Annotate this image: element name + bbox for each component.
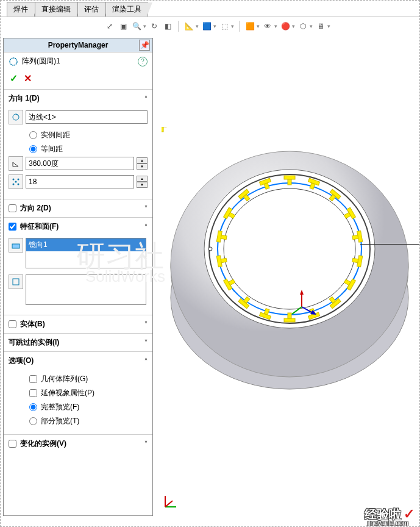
cancel-button[interactable]: ✕ [24, 73, 32, 84]
dropdown-icon[interactable]: ▾ [310, 23, 313, 29]
view-settings-icon[interactable]: ⬡ [297, 21, 308, 32]
brand-watermark: 经验啦 ✓ jingyanla.com [365, 506, 415, 523]
svg-point-4 [13, 184, 15, 185]
tab-weldment[interactable]: 焊件 [7, 2, 35, 16]
section-direction2[interactable]: 方向 2(D) ˅ [4, 199, 152, 217]
svg-rect-45 [221, 258, 227, 262]
panel-title: PropertyManager [48, 41, 109, 49]
svg-rect-29 [352, 258, 358, 262]
svg-rect-7 [12, 244, 20, 248]
dropdown-icon[interactable]: ▾ [196, 23, 199, 29]
feature-name: 阵列(圆周)1 [22, 56, 60, 66]
hide-show-icon[interactable]: ⬚ [219, 21, 230, 32]
angle-spinner[interactable]: ▲▼ [137, 157, 148, 170]
section-title: 特征和面(F) [20, 221, 59, 232]
chevron-down-icon: ˅ [144, 321, 148, 328]
svg-point-2 [13, 179, 15, 181]
option-label: 延伸视象属性(P) [41, 388, 94, 398]
list-item[interactable]: 镜向1 [26, 238, 146, 251]
radio-equal-spacing[interactable] [29, 145, 37, 153]
dir2-checkbox[interactable] [9, 204, 16, 212]
svg-point-6 [15, 181, 17, 183]
dropdown-icon[interactable]: ▾ [257, 23, 260, 29]
tab-render[interactable]: 渲染工具 [105, 2, 148, 16]
option-label: 几何体阵列(G) [41, 374, 88, 384]
tab-evaluate[interactable]: 评估 [77, 2, 105, 16]
svg-point-3 [18, 179, 20, 181]
chevron-down-icon: ˅ [144, 205, 148, 212]
3d-model[interactable] [162, 127, 418, 383]
chevron-down-icon: ˅ [144, 440, 148, 447]
tab-direct-edit[interactable]: 直接编辑 [35, 2, 77, 16]
radio-label: 实例间距 [41, 130, 70, 140]
dropdown-icon[interactable]: ▾ [143, 23, 146, 29]
svg-rect-37 [288, 313, 291, 318]
view-toolbar: ⤢ ▣ 🔍▾ ↻ ◧ 📐▾ 🟦▾ ⬚▾ 🟧▾ 👁▾ 🔴▾ ⬡▾ 🖥▾ [1, 17, 419, 35]
chevron-up-icon: ˄ [144, 357, 148, 364]
property-manager: PropertyManager 📌 阵列(圆周)1 ? ✓ ✕ 方向 1(D) … [3, 38, 153, 516]
section-features[interactable]: 特征和面(F) ˄ [4, 218, 152, 235]
section-skippable[interactable]: 可跳过的实例(I) ˅ [4, 334, 152, 351]
geometry-pattern-checkbox[interactable] [29, 375, 37, 383]
dropdown-icon[interactable]: ▾ [231, 23, 234, 29]
display-style-icon[interactable]: 🟦 [201, 21, 212, 32]
angle-icon [9, 156, 23, 171]
brand-url: jingyanla.com [368, 519, 408, 526]
edit-scene-icon[interactable]: 🟧 [244, 21, 255, 32]
instances-icon [9, 174, 23, 189]
help-icon[interactable]: ? [138, 57, 148, 66]
angle-input[interactable] [26, 157, 134, 170]
ok-button[interactable]: ✓ [10, 73, 18, 84]
faces-list[interactable] [26, 274, 146, 305]
faces-icon [9, 274, 23, 289]
count-spinner[interactable]: ▲▼ [137, 176, 148, 188]
zoom-icon[interactable]: 🔍 [131, 21, 142, 32]
dropdown-icon[interactable]: ▾ [292, 23, 295, 29]
dropdown-icon[interactable]: ▾ [274, 23, 277, 29]
section-title: 实体(B) [20, 319, 45, 329]
varied-checkbox[interactable] [9, 440, 16, 448]
3d-viewport[interactable]: 研习社 SolidWorks [155, 35, 419, 518]
view-orient-icon[interactable]: 📐 [183, 21, 194, 32]
section-title: 方向 2(D) [20, 203, 51, 213]
section-title: 方向 1(D) [9, 93, 40, 104]
circular-pattern-icon [9, 57, 18, 66]
svg-rect-36 [284, 318, 295, 322]
dropdown-icon[interactable]: ▾ [213, 23, 216, 29]
axis-icon[interactable] [9, 110, 23, 124]
callout-leader [360, 244, 420, 245]
full-preview-radio[interactable] [29, 403, 37, 411]
partial-preview-radio[interactable] [29, 417, 37, 425]
svg-point-1 [13, 114, 19, 120]
rotate-icon[interactable]: ↻ [149, 21, 160, 32]
propagate-visual-checkbox[interactable] [29, 389, 37, 397]
chevron-up-icon: ˄ [144, 95, 148, 102]
visibility-icon[interactable]: 👁 [262, 21, 273, 32]
bodies-checkbox[interactable] [9, 320, 16, 328]
features-icon [9, 238, 23, 253]
section-bodies[interactable]: 实体(B) ˅ [4, 315, 152, 333]
features-list[interactable]: 镜向1 [26, 238, 146, 268]
pin-icon[interactable]: 📌 [139, 40, 150, 51]
axis-input[interactable] [26, 110, 148, 124]
svg-point-12 [204, 170, 375, 328]
section-icon[interactable]: ◧ [162, 21, 173, 32]
section-options[interactable]: 选项(O) ˄ [4, 352, 152, 370]
radio-label: 等间距 [41, 144, 63, 154]
zoom-area-icon[interactable]: ▣ [118, 21, 129, 32]
section-direction1[interactable]: 方向 1(D) ˄ [4, 90, 152, 107]
svg-rect-27 [352, 235, 358, 239]
section-varied[interactable]: 变化的实例(V) ˅ [4, 435, 152, 453]
option-label: 部分预览(T) [41, 416, 79, 426]
count-input[interactable] [26, 175, 134, 188]
svg-point-5 [18, 184, 20, 185]
chevron-up-icon: ˄ [144, 223, 148, 230]
svg-point-0 [10, 58, 17, 65]
screen-icon[interactable]: 🖥 [315, 21, 326, 32]
appearance-icon[interactable]: 🔴 [280, 21, 291, 32]
radio-instance-spacing[interactable] [29, 131, 37, 139]
features-checkbox[interactable] [9, 223, 16, 231]
chevron-down-icon: ˅ [144, 339, 148, 346]
dropdown-icon[interactable]: ▾ [327, 23, 330, 29]
zoom-fit-icon[interactable]: ⤢ [104, 21, 115, 32]
